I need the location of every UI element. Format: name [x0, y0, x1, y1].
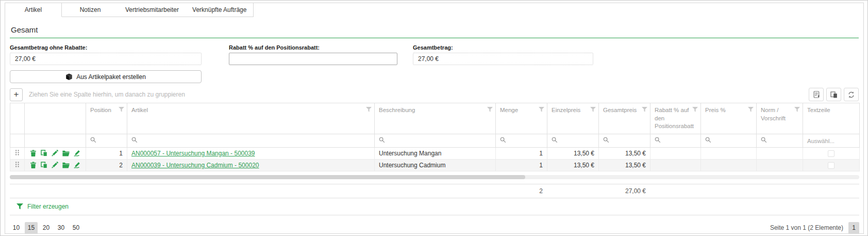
- cell-beschreibung: Untersuchung Cadmium: [375, 159, 496, 171]
- tab-content: Gesamt Gesamtbetrag ohne Rabatte: 27,00 …: [5, 25, 863, 234]
- create-from-package-button[interactable]: Aus Artikelpaket erstellen: [10, 70, 202, 83]
- col-label: Preis %: [705, 107, 726, 113]
- create-filter-button[interactable]: Filter erzeugen: [10, 198, 859, 215]
- search-icon: [655, 137, 661, 143]
- page-size-20[interactable]: 20: [40, 222, 53, 234]
- filter-cell-textzeile[interactable]: Auswähl...: [803, 134, 860, 147]
- col-header-preis-pct[interactable]: Preis %: [701, 103, 757, 134]
- page-size-30[interactable]: 30: [55, 222, 68, 234]
- filter-cell-artikel[interactable]: [127, 134, 375, 147]
- drag-handle-icon: [15, 161, 20, 168]
- filter-funnel-icon[interactable]: [590, 107, 596, 112]
- filter-funnel-icon[interactable]: [692, 107, 698, 112]
- search-icon: [603, 137, 609, 143]
- summary-gesamtpreis-total: 27,00 €: [598, 184, 650, 198]
- create-from-package-label: Aus Artikelpaket erstellen: [76, 73, 146, 81]
- total-label: Gesamtbetrag:: [413, 44, 593, 51]
- col-label: Menge: [500, 107, 518, 113]
- col-header-norm[interactable]: Norm / Vorschrift: [757, 103, 803, 134]
- cell-textzeile: [803, 147, 860, 159]
- sign-button[interactable]: [74, 150, 81, 156]
- col-label: Einzelpreis: [552, 107, 580, 113]
- edit-button[interactable]: [52, 150, 58, 156]
- artikel-link[interactable]: AN000057 - Untersuchung Mangan - 500039: [131, 150, 255, 157]
- sign-icon: [74, 150, 81, 156]
- pager-info: Seite 1 von 1 (2 Elemente): [770, 224, 843, 231]
- col-header-einzelpreis[interactable]: Einzelpreis: [547, 103, 599, 134]
- field-total: Gesamtbetrag: 27,00 €: [413, 44, 593, 65]
- page-size-50[interactable]: 50: [70, 222, 82, 234]
- drag-handle[interactable]: [15, 161, 20, 168]
- filter-funnel-icon[interactable]: [487, 107, 493, 112]
- filter-cell-einzelpreis[interactable]: [547, 134, 599, 147]
- col-header-artikel[interactable]: Artikel: [127, 103, 375, 134]
- col-header-actions: [25, 103, 86, 134]
- tab-artikel[interactable]: Artikel: [5, 3, 62, 17]
- copy-button[interactable]: [41, 150, 47, 156]
- tab-vertriebsmitarbeiter[interactable]: Vertriebsmitarbeiter: [119, 3, 186, 17]
- delete-icon: [30, 162, 37, 168]
- filter-funnel-icon[interactable]: [119, 107, 124, 112]
- copy-button[interactable]: [41, 162, 47, 168]
- cell-artikel: AN000039 - Untersuchung Cadmium - 500020: [127, 159, 375, 171]
- tab-page-panel: Artikel Notizen Vertriebsmitarbeiter Ver…: [5, 3, 864, 234]
- col-header-beschreibung[interactable]: Beschreibung: [375, 103, 496, 134]
- page-size-15[interactable]: 15: [25, 222, 38, 234]
- filter-cell-rabatt[interactable]: [650, 134, 701, 147]
- filter-cell-actions: [25, 134, 86, 147]
- cell-position: 2: [86, 159, 127, 171]
- table-row[interactable]: 1 AN000057 - Untersuchung Mangan - 50003…: [10, 147, 860, 159]
- filter-funnel-icon[interactable]: [366, 107, 372, 112]
- col-label: Artikel: [131, 107, 148, 113]
- column-chooser-button[interactable]: [826, 88, 841, 101]
- tab-verknuepfte-auftraege[interactable]: Verknüpfte Aufträge: [186, 3, 254, 17]
- table-row[interactable]: 2 AN000039 - Untersuchung Cadmium - 5000…: [10, 159, 860, 171]
- cell-preis-pct: [701, 147, 757, 159]
- position-discount-label: Rabatt % auf den Positionsrabatt:: [229, 44, 397, 51]
- grid-header-row: Position Artikel Beschreibung Menge Einz…: [10, 103, 860, 134]
- col-header-menge[interactable]: Menge: [496, 103, 547, 134]
- filter-cell-gesamtpreis[interactable]: [599, 134, 650, 147]
- delete-button[interactable]: [30, 150, 37, 156]
- filter-cell-beschreibung[interactable]: [375, 134, 496, 147]
- export-data-button[interactable]: [809, 88, 824, 101]
- sign-button[interactable]: [74, 162, 81, 168]
- open-folder-button[interactable]: [62, 162, 70, 168]
- edit-button[interactable]: [52, 162, 58, 168]
- filter-funnel-icon[interactable]: [539, 107, 544, 112]
- filter-cell-preis-pct[interactable]: [701, 134, 757, 147]
- add-row-button[interactable]: +: [10, 88, 23, 101]
- textzeile-checkbox[interactable]: [828, 150, 834, 157]
- horizontal-scrollbar[interactable]: [10, 175, 859, 179]
- position-discount-input[interactable]: [229, 53, 397, 65]
- copy-icon: [41, 150, 47, 156]
- page-button-1[interactable]: 1: [848, 222, 859, 234]
- textzeile-checkbox[interactable]: [828, 162, 834, 169]
- cell-norm: [757, 159, 803, 171]
- refresh-button[interactable]: [844, 88, 859, 101]
- tab-notizen[interactable]: Notizen: [62, 3, 119, 17]
- filter-cell-menge[interactable]: [496, 134, 547, 147]
- edit-icon: [52, 150, 58, 156]
- filter-funnel-icon[interactable]: [794, 107, 800, 112]
- delete-button[interactable]: [30, 162, 37, 168]
- filter-funnel-icon[interactable]: [748, 107, 754, 112]
- filter-funnel-icon[interactable]: [642, 107, 647, 112]
- filter-cell-position[interactable]: [86, 134, 127, 147]
- open-folder-button[interactable]: [62, 150, 70, 156]
- field-total-without-discounts: Gesamtbetrag ohne Rabatte: 27,00 €: [10, 44, 202, 65]
- cell-artikel: AN000057 - Untersuchung Mangan - 500039: [127, 147, 375, 159]
- horizontal-scrollbar-thumb[interactable]: [10, 175, 525, 179]
- col-header-gesamtpreis[interactable]: Gesamtpreis: [599, 103, 650, 134]
- col-label: Textzeile: [807, 107, 830, 113]
- artikel-link[interactable]: AN000039 - Untersuchung Cadmium - 500020: [131, 162, 259, 169]
- grid-filter-row: Auswähl...: [10, 134, 860, 147]
- search-icon: [379, 137, 385, 143]
- page-size-10[interactable]: 10: [10, 222, 23, 234]
- drag-handle[interactable]: [15, 149, 20, 156]
- col-header-textzeile[interactable]: Textzeile: [803, 103, 860, 134]
- filter-cell-norm[interactable]: [757, 134, 803, 147]
- col-header-position[interactable]: Position: [86, 103, 127, 134]
- open-folder-icon: [62, 162, 70, 168]
- col-header-rabatt[interactable]: Rabatt % auf den Positionsrabatt: [650, 103, 701, 134]
